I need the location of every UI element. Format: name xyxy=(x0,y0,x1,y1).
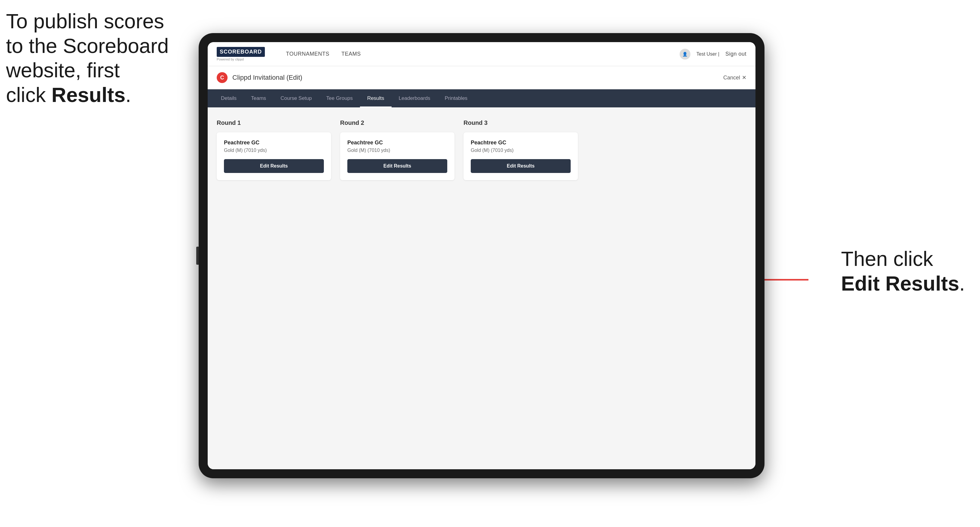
user-avatar: 👤 xyxy=(679,49,690,60)
logo-subtitle: Powered by clippd xyxy=(217,57,244,61)
round-1-course-details: Gold (M) (7010 yds) xyxy=(224,148,324,153)
main-content: Round 1 Peachtree GC Gold (M) (7010 yds)… xyxy=(208,107,756,469)
round-3-course-name: Peachtree GC xyxy=(471,140,571,146)
round-2-title: Round 2 xyxy=(340,119,455,126)
tournament-name: Clippd Invitational (Edit) xyxy=(232,74,302,81)
nav-links: TOURNAMENTS TEAMS xyxy=(286,51,361,57)
round-3-edit-results-button[interactable]: Edit Results xyxy=(471,159,571,173)
round-2-column: Round 2 Peachtree GC Gold (M) (7010 yds)… xyxy=(340,119,455,180)
round-2-card: Peachtree GC Gold (M) (7010 yds) Edit Re… xyxy=(340,132,455,180)
tab-results[interactable]: Results xyxy=(360,89,391,107)
logo-area: SCOREBOARD Powered by clippd xyxy=(217,47,265,61)
tablet-device: SCOREBOARD Powered by clippd TOURNAMENTS… xyxy=(199,33,765,478)
round-1-edit-results-button[interactable]: Edit Results xyxy=(224,159,324,173)
nav-tournaments[interactable]: TOURNAMENTS xyxy=(286,51,329,57)
round-3-course-details: Gold (M) (7010 yds) xyxy=(471,148,571,153)
tab-leaderboards[interactable]: Leaderboards xyxy=(391,89,438,107)
round-3-card: Peachtree GC Gold (M) (7010 yds) Edit Re… xyxy=(463,132,578,180)
tournament-icon: C xyxy=(217,72,228,83)
nav-teams[interactable]: TEAMS xyxy=(341,51,361,57)
instruction-bold-edit-results: Edit Results xyxy=(841,272,959,295)
tablet-screen: SCOREBOARD Powered by clippd TOURNAMENTS… xyxy=(208,42,756,469)
top-nav-right: 👤 Test User | Sign out xyxy=(679,49,746,60)
tournament-header: C Clippd Invitational (Edit) Cancel ✕ xyxy=(208,66,756,89)
round-2-course-details: Gold (M) (7010 yds) xyxy=(347,148,447,153)
sign-out-link[interactable]: Sign out xyxy=(725,51,746,57)
top-navigation: SCOREBOARD Powered by clippd TOURNAMENTS… xyxy=(208,42,756,66)
tab-tee-groups[interactable]: Tee Groups xyxy=(319,89,360,107)
tab-bar: Details Teams Course Setup Tee Groups Re… xyxy=(208,89,756,107)
user-label: Test User | xyxy=(697,51,719,57)
instruction-right: Then click Edit Results. xyxy=(841,247,965,296)
round-1-card: Peachtree GC Gold (M) (7010 yds) Edit Re… xyxy=(217,132,331,180)
tab-printables[interactable]: Printables xyxy=(438,89,475,107)
round-3-column: Round 3 Peachtree GC Gold (M) (7010 yds)… xyxy=(463,119,578,180)
cancel-button[interactable]: Cancel ✕ xyxy=(723,74,746,81)
round-2-course-name: Peachtree GC xyxy=(347,140,447,146)
instruction-left: To publish scoresto the Scoreboardwebsit… xyxy=(6,9,169,107)
instruction-right-pre: Then click xyxy=(841,247,933,270)
close-icon: ✕ xyxy=(742,74,746,81)
round-1-title: Round 1 xyxy=(217,119,331,126)
tab-course-setup[interactable]: Course Setup xyxy=(273,89,319,107)
tab-details[interactable]: Details xyxy=(214,89,244,107)
rounds-grid: Round 1 Peachtree GC Gold (M) (7010 yds)… xyxy=(217,119,746,180)
round-2-edit-results-button[interactable]: Edit Results xyxy=(347,159,447,173)
tablet-side-button xyxy=(196,247,199,265)
round-1-column: Round 1 Peachtree GC Gold (M) (7010 yds)… xyxy=(217,119,331,180)
instruction-bold-results: Results xyxy=(51,83,126,106)
round-1-course-name: Peachtree GC xyxy=(224,140,324,146)
instruction-left-text: To publish scoresto the Scoreboardwebsit… xyxy=(6,10,169,106)
round-3-title: Round 3 xyxy=(463,119,578,126)
scoreboard-logo: SCOREBOARD xyxy=(217,47,265,57)
tab-teams[interactable]: Teams xyxy=(244,89,273,107)
